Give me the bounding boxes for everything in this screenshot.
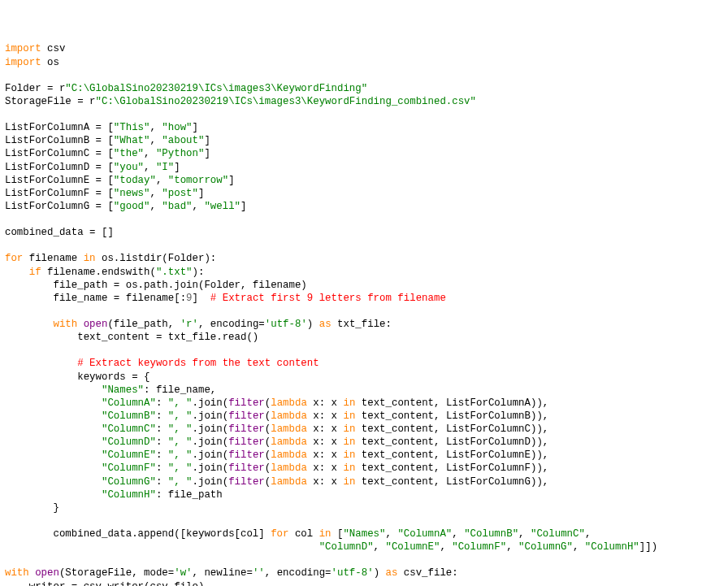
- code-line: "ColumnD": ", ".join(filter(lambda x: x …: [5, 436, 548, 448]
- code-line: with open(StorageFile, mode='w', newline…: [5, 567, 458, 579]
- code-line: import csv: [5, 43, 65, 54]
- code-line: "ColumnD", "ColumnE", "ColumnF", "Column…: [5, 541, 657, 553]
- code-line: file_name = filename[:9] # Extract first…: [5, 293, 446, 304]
- code-line: ListForColumnG = ["good", "bad", "well"]: [5, 201, 246, 212]
- code-line: ListForColumnD = ["you", "I"]: [5, 162, 180, 173]
- code-line: import os: [5, 57, 59, 68]
- code-line: ListForColumnF = ["news", "post"]: [5, 188, 204, 199]
- code-line: text_content = txt_file.read(): [5, 332, 258, 343]
- code-line: "ColumnG": ", ".join(filter(lambda x: x …: [5, 476, 548, 488]
- code-line: combined_data = []: [5, 227, 114, 238]
- code-line: "ColumnF": ", ".join(filter(lambda x: x …: [5, 462, 548, 474]
- code-line: "ColumnE": ", ".join(filter(lambda x: x …: [5, 449, 548, 461]
- code-line: "ColumnB": ", ".join(filter(lambda x: x …: [5, 410, 548, 422]
- code-line: keywords = {: [5, 371, 150, 383]
- code-line: # Extract keywords from the text content: [5, 358, 319, 369]
- code-line: writer = csv.writer(csv_file): [5, 581, 204, 587]
- code-line: "ColumnH": file_path: [5, 489, 223, 501]
- code-line: "Names": file_name,: [5, 384, 216, 396]
- code-line: ListForColumnA = ["This", "how"]: [5, 122, 198, 133]
- code-line: combined_data.append([keywords[col] for …: [5, 528, 591, 540]
- code-line: ListForColumnC = ["the", "Python"]: [5, 148, 210, 159]
- code-line: StorageFile = r"C:\GlobalSino20230219\IC…: [5, 96, 476, 107]
- code-line: "ColumnC": ", ".join(filter(lambda x: x …: [5, 423, 548, 435]
- code-line: file_path = os.path.join(Folder, filenam…: [5, 280, 307, 291]
- code-line: }: [5, 502, 59, 514]
- code-line: ListForColumnE = ["today", "tomorrow"]: [5, 175, 235, 186]
- code-line: Folder = r"C:\GlobalSino20230219\ICs\ima…: [5, 83, 367, 94]
- code-line: "ColumnA": ", ".join(filter(lambda x: x …: [5, 397, 548, 409]
- code-line: ListForColumnB = ["What", "about"]: [5, 135, 210, 146]
- code-line: if filename.endswith(".txt"):: [5, 267, 204, 278]
- code-line: with open(file_path, 'r', encoding='utf-…: [5, 319, 392, 330]
- code-line: for filename in os.listdir(Folder):: [5, 253, 216, 264]
